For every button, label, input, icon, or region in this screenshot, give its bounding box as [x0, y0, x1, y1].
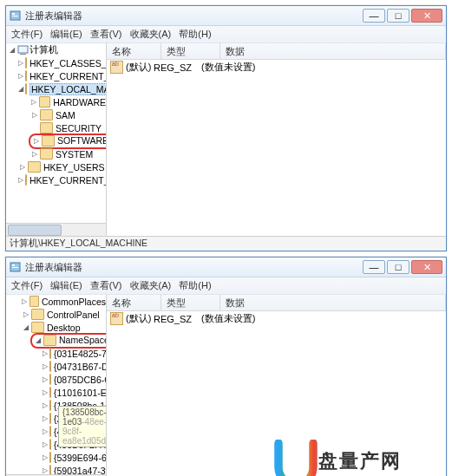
tree-node[interactable]: CommonPlaces	[42, 297, 106, 307]
collapse-icon[interactable]: ◢	[22, 323, 29, 331]
minimize-button[interactable]: —	[363, 260, 385, 274]
expand-icon[interactable]: ▷	[43, 349, 48, 357]
close-button[interactable]: ✕	[411, 260, 442, 274]
tree-node[interactable]: HARDWARE	[53, 97, 106, 108]
expand-icon[interactable]: ▷	[43, 388, 48, 396]
expand-icon[interactable]: ▷	[30, 98, 37, 106]
tree-node[interactable]: ▷{5399E694-6CE5	[6, 451, 106, 464]
maximize-button[interactable]: □	[387, 260, 409, 274]
expand-icon[interactable]: ▷	[22, 310, 29, 318]
titlebar[interactable]: 注册表编辑器 — □ ✕	[6, 6, 446, 26]
list-header[interactable]: 名称 类型 数据	[107, 43, 446, 60]
tree-root[interactable]: 计算机	[29, 44, 58, 56]
expand-icon[interactable]: ▷	[43, 427, 48, 435]
tree-node-label: {11016101-E366	[54, 388, 107, 398]
column-data[interactable]: 数据	[220, 295, 446, 310]
folder-icon	[49, 413, 51, 424]
expand-icon[interactable]: ▷	[43, 401, 48, 409]
column-name[interactable]: 名称	[107, 295, 161, 310]
titlebar[interactable]: 注册表编辑器 — □ ✕	[6, 258, 446, 277]
svg-rect-3	[18, 46, 28, 53]
expand-icon[interactable]: ▷	[43, 362, 48, 370]
menu-file[interactable]: 文件(F)	[11, 280, 43, 290]
tree-node[interactable]: SYSTEM	[56, 149, 93, 160]
tree-node[interactable]: HKEY_CLASSES_ROOT	[29, 58, 107, 68]
list-row[interactable]: (默认) REG_SZ (数值未设置)	[107, 311, 446, 326]
highlight-annotation: ◢NameSpace	[30, 333, 107, 349]
column-type[interactable]: 类型	[161, 43, 220, 59]
tree-scrollbar[interactable]	[6, 223, 106, 236]
column-type[interactable]: 类型	[161, 295, 220, 310]
tree-node-highlighted[interactable]: SOFTWARE	[57, 135, 107, 146]
menu-view[interactable]: 查看(V)	[90, 280, 122, 290]
list-row[interactable]: (默认) REG_SZ (数值未设置)	[107, 60, 446, 75]
expand-icon[interactable]: ▷	[18, 176, 23, 184]
value-type: REG_SZ	[154, 314, 201, 324]
expand-icon[interactable]: ▷	[30, 150, 38, 158]
column-data[interactable]: 数据	[220, 43, 446, 59]
collapse-icon[interactable]: ◢	[34, 336, 42, 344]
expand-icon[interactable]: ▷	[43, 440, 48, 448]
svg-rect-7	[12, 267, 18, 268]
tree-node[interactable]: HKEY_USERS	[43, 162, 105, 173]
collapse-icon[interactable]: ◢	[18, 85, 23, 93]
maximize-button[interactable]: □	[387, 9, 409, 23]
list-header[interactable]: 名称 类型 数据	[107, 295, 446, 311]
expand-icon[interactable]: ▷	[22, 297, 28, 305]
folder-icon	[25, 83, 27, 95]
tree-pane[interactable]: ◢计算机 ▷HKEY_CLASSES_ROOT ▷HKEY_CURRENT_US…	[6, 43, 107, 236]
tree-node-label: {5399E694-6CE5	[54, 453, 107, 463]
menu-help[interactable]: 帮助(H)	[179, 29, 211, 39]
folder-icon	[25, 57, 27, 68]
svg-rect-1	[12, 13, 15, 15]
regedit-window-2: 注册表编辑器 — □ ✕ 文件(F) 编辑(E) 查看(V) 收藏夹(A) 帮助…	[5, 257, 447, 476]
expand-icon[interactable]: ▷	[43, 375, 48, 383]
menu-favorites[interactable]: 收藏夹(A)	[130, 29, 172, 39]
tree-node-highlighted[interactable]: NameSpace	[59, 335, 107, 345]
tree-node[interactable]: ControlPanel	[47, 310, 100, 320]
expand-icon[interactable]: ▷	[43, 453, 48, 461]
tree-node[interactable]: ▷{031E4825-7B94	[6, 347, 106, 360]
list-pane[interactable]: 名称 类型 数据 (默认) REG_SZ (数值未设置)	[107, 295, 446, 476]
menu-file[interactable]: 文件(F)	[11, 29, 43, 39]
tree-node[interactable]: SAM	[56, 110, 75, 121]
menu-favorites[interactable]: 收藏夹(A)	[130, 280, 172, 290]
tree-node[interactable]: ▷{04731B67-D933	[6, 360, 106, 373]
tree-node[interactable]: HKEY_CURRENT_CONFIG	[29, 175, 107, 186]
expand-icon[interactable]: ▷	[32, 137, 40, 145]
expand-icon[interactable]: ▷	[30, 111, 38, 119]
menu-view[interactable]: 查看(V)	[90, 29, 122, 39]
expand-icon[interactable]: ▷	[43, 414, 48, 422]
folder-icon	[40, 148, 53, 160]
tree-node[interactable]: ▷{11016101-E366	[6, 386, 106, 399]
expand-icon[interactable]: ▷	[18, 163, 26, 171]
status-bar: 计算机\HKEY_LOCAL_MACHINE	[6, 236, 446, 251]
tree-node[interactable]: ▷{0875DCB6-C686	[6, 373, 106, 386]
tree-node[interactable]: SECURITY	[56, 123, 102, 134]
window-title: 注册表编辑器	[25, 10, 363, 23]
string-value-icon	[110, 61, 123, 74]
menu-edit[interactable]: 编辑(E)	[50, 280, 82, 290]
tree-pane[interactable]: ▷CommonPlaces ▷ControlPanel ◢Desktop ◢Na…	[6, 295, 107, 476]
tree-node-selected[interactable]: HKEY_LOCAL_MACHINE	[29, 83, 107, 95]
list-pane[interactable]: 名称 类型 数据 (默认) REG_SZ (数值未设置)	[107, 43, 446, 236]
expand-icon[interactable]: ▷	[18, 72, 23, 80]
window-title: 注册表编辑器	[25, 261, 363, 274]
tree-node[interactable]: Desktop	[47, 323, 81, 333]
tree-node-label: {0875DCB6-C686	[54, 375, 107, 385]
minimize-button[interactable]: —	[363, 9, 385, 23]
collapse-icon[interactable]: ◢	[8, 46, 16, 54]
folder-icon	[49, 348, 51, 359]
computer-icon	[17, 45, 29, 55]
folder-icon	[49, 361, 51, 372]
menu-edit[interactable]: 编辑(E)	[50, 29, 82, 39]
value-name: (默认)	[126, 312, 151, 325]
menu-help[interactable]: 帮助(H)	[179, 280, 211, 290]
string-value-icon	[110, 312, 123, 325]
close-button[interactable]: ✕	[411, 9, 442, 23]
folder-icon	[25, 174, 27, 186]
expand-icon[interactable]: ▷	[18, 59, 23, 67]
column-name[interactable]: 名称	[107, 43, 161, 59]
tree-node[interactable]: HKEY_CURRENT_USER	[29, 71, 107, 82]
expand-icon[interactable]: ▷	[43, 466, 48, 474]
